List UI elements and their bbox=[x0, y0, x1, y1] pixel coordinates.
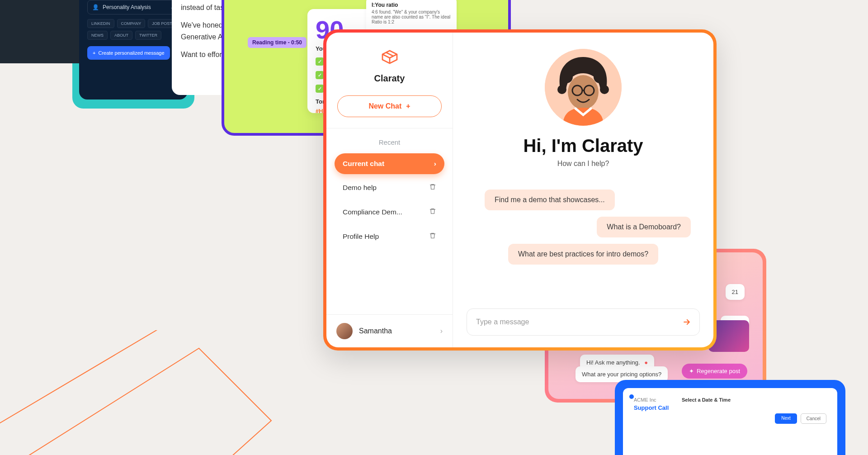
message-composer bbox=[467, 308, 700, 336]
cancel-button: Cancel bbox=[801, 413, 826, 424]
send-button[interactable] bbox=[678, 313, 696, 331]
chat-item[interactable]: Profile Help bbox=[335, 226, 444, 247]
ratio-body: 4:6 found. "We" & your company's name ar… bbox=[372, 9, 450, 24]
hero-subtitle: How can I help? bbox=[557, 160, 609, 168]
decor-dark-card bbox=[0, 0, 90, 63]
new-chat-button[interactable]: New Chat + bbox=[337, 95, 442, 117]
assistant-avatar bbox=[545, 49, 622, 126]
chat-item-label: Current chat bbox=[343, 160, 384, 168]
select-date-label: Select a Date & Time bbox=[682, 397, 731, 403]
svg-point-4 bbox=[600, 85, 609, 94]
brand: Claraty bbox=[326, 33, 453, 89]
decor-lines bbox=[0, 330, 353, 455]
decor-blue-card: ACME Inc Support Call Select a Date & Ti… bbox=[615, 380, 845, 455]
claraty-window: Claraty New Chat + Recent Current chat ›… bbox=[323, 29, 717, 351]
suggestion-chip[interactable]: Find me a demo that showcases... bbox=[485, 190, 615, 210]
brand-name: Claraty bbox=[331, 73, 448, 84]
tag: LINKEDIN bbox=[87, 19, 114, 28]
recent-header: Recent bbox=[326, 128, 453, 151]
navy-row-pers: 👤 Personality Analysis ⌄ bbox=[87, 0, 179, 14]
trash-icon[interactable] bbox=[429, 183, 436, 192]
decor-navy-card: 💬 Communication Advice ⌄ 👤 Personality A… bbox=[79, 0, 188, 100]
next-button: Next bbox=[775, 413, 797, 424]
trash-icon[interactable] bbox=[429, 208, 436, 217]
svg-point-3 bbox=[557, 85, 566, 94]
ratio-title: I:You ratio bbox=[372, 2, 451, 8]
chevron-right-icon: › bbox=[440, 327, 443, 335]
chat-list: Current chat › Demo help Compliance Dem.… bbox=[326, 151, 453, 314]
check-icon: ✓ bbox=[316, 85, 324, 93]
sparkle-icon: ✦ bbox=[689, 368, 694, 374]
navy-row-label: Personality Analysis bbox=[103, 4, 151, 10]
user-icon: 👤 bbox=[92, 4, 99, 10]
tag: NEWS bbox=[87, 31, 108, 40]
tag: COMPANY bbox=[117, 19, 146, 28]
cta-label: Create personalized message bbox=[98, 50, 164, 56]
regen-label: Regenerate post bbox=[697, 368, 740, 374]
regenerate-button: ✦ Regenerate post bbox=[682, 364, 747, 379]
support-call-label: Support Call bbox=[634, 404, 669, 411]
acme-label: ACME Inc bbox=[634, 397, 656, 403]
chevron-right-icon: › bbox=[434, 160, 436, 168]
user-profile-row[interactable]: Samantha › bbox=[326, 314, 453, 347]
new-chat-label: New Chat bbox=[368, 102, 401, 110]
svg-point-1 bbox=[560, 71, 573, 83]
dot-icon bbox=[629, 394, 634, 399]
trash-icon[interactable] bbox=[429, 232, 436, 241]
user-avatar bbox=[336, 323, 353, 339]
ask-text: Hi! Ask me anything. bbox=[586, 359, 640, 366]
ratio-card: I:You ratio 4:6 found. "We" & your compa… bbox=[366, 0, 457, 33]
check-icon: ✓ bbox=[316, 71, 324, 79]
chat-item-label: Compliance Dem... bbox=[343, 208, 402, 216]
dot-icon: ● bbox=[644, 359, 648, 366]
svg-point-2 bbox=[594, 71, 606, 83]
hero-title: Hi, I'm Claraty bbox=[523, 136, 643, 156]
chat-item-current[interactable]: Current chat › bbox=[335, 153, 444, 174]
navy-tags: LINKEDIN COMPANY JOB POSTS NEWS ABOUT TW… bbox=[87, 19, 179, 40]
date-chip: 21 bbox=[726, 284, 745, 300]
chat-main: Hi, I'm Claraty How can I help? Find me … bbox=[453, 33, 713, 347]
tag: TWITTER bbox=[135, 31, 161, 40]
message-input[interactable] bbox=[476, 318, 678, 326]
chat-item-label: Demo help bbox=[343, 184, 377, 192]
chat-item[interactable]: Compliance Dem... bbox=[335, 201, 444, 223]
chat-item-label: Profile Help bbox=[343, 232, 379, 241]
check-icon: ✓ bbox=[316, 57, 324, 66]
tag: ABOUT bbox=[110, 31, 132, 40]
suggestion-chip[interactable]: What are best practices for intro demos? bbox=[508, 244, 658, 265]
brand-logo-icon bbox=[379, 46, 401, 68]
reading-time-pill: Reading time - 0:50 bbox=[248, 37, 307, 48]
create-message-button: + Create personalized message bbox=[87, 46, 170, 60]
suggestions: Find me a demo that showcases... What is… bbox=[467, 190, 700, 265]
user-name: Samantha bbox=[359, 327, 392, 335]
suggestion-chip[interactable]: What is a Demoboard? bbox=[597, 217, 691, 237]
plus-icon: + bbox=[93, 50, 95, 56]
chat-item[interactable]: Demo help bbox=[335, 177, 444, 199]
sidebar: Claraty New Chat + Recent Current chat ›… bbox=[326, 33, 453, 347]
plus-icon: + bbox=[406, 102, 410, 110]
